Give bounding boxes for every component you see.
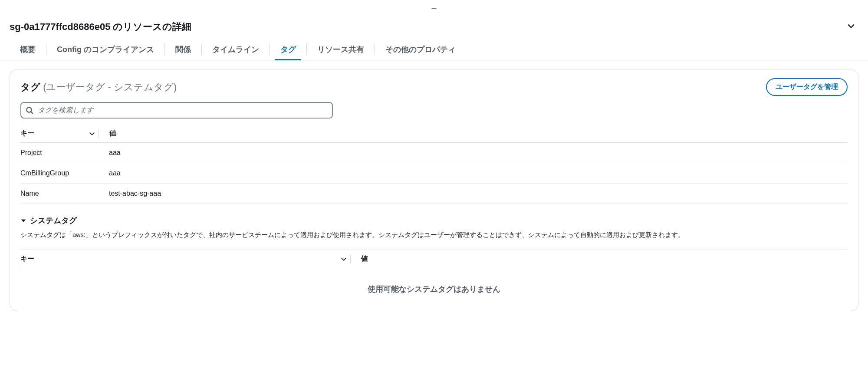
table-row: CmBillingGroup aaa xyxy=(20,163,848,184)
tab-tags[interactable]: タグ xyxy=(270,39,306,60)
column-header-value[interactable]: 値 xyxy=(109,129,848,138)
column-separator xyxy=(350,255,351,264)
tab-timeline[interactable]: タイムライン xyxy=(202,39,270,60)
column-header-value[interactable]: 値 xyxy=(361,254,848,264)
column-header-key[interactable]: キー xyxy=(20,254,350,264)
page-header: sg-0a1777ffcd8686e05 のリソースの詳細 xyxy=(0,11,868,39)
system-tags-empty-message: 使用可能なシステムタグはありません xyxy=(20,268,848,299)
panel-title-subtitle: (ユーザータグ - システムタグ) xyxy=(43,82,177,92)
tag-value: aaa xyxy=(109,149,848,157)
tab-resource-sharing[interactable]: リソース共有 xyxy=(307,39,375,60)
sort-icon xyxy=(89,131,95,137)
svg-point-0 xyxy=(26,107,31,112)
column-header-value-label: 値 xyxy=(361,254,368,264)
tag-key: CmBillingGroup xyxy=(20,169,109,177)
tab-relationships[interactable]: 関係 xyxy=(165,39,201,60)
column-header-value-label: 値 xyxy=(109,129,116,138)
minimize-indicator: _ xyxy=(0,0,868,11)
tag-key: Project xyxy=(20,149,109,157)
system-tags-title: システムタグ xyxy=(30,215,77,226)
tag-key: Name xyxy=(20,190,109,198)
system-tags-table: キー 値 使用可能なシステムタグはありません xyxy=(20,250,848,299)
page-title: sg-0a1777ffcd8686e05 のリソースの詳細 xyxy=(10,20,192,33)
collapse-toggle[interactable] xyxy=(844,19,858,35)
tab-other-properties[interactable]: その他のプロパティ xyxy=(375,39,466,60)
tag-search-input[interactable] xyxy=(20,102,333,119)
panel-title: タグ (ユーザータグ - システムタグ) xyxy=(20,81,177,94)
column-separator xyxy=(99,129,99,138)
user-tags-table: キー 値 Project aaa CmBillingGroup aaa Name… xyxy=(20,125,848,204)
table-row: Project aaa xyxy=(20,143,848,163)
manage-user-tags-button[interactable]: ユーザータグを管理 xyxy=(766,78,848,96)
tags-panel: タグ (ユーザータグ - システムタグ) ユーザータグを管理 キー 値 P xyxy=(10,69,858,311)
panel-title-main: タグ xyxy=(20,82,40,92)
tag-value: aaa xyxy=(109,169,848,177)
tab-config-compliance[interactable]: Config のコンプライアンス xyxy=(46,39,164,60)
tag-value: test-abac-sg-aaa xyxy=(109,190,848,198)
caret-down-icon xyxy=(20,217,26,224)
sort-icon xyxy=(341,256,347,262)
column-header-key-label: キー xyxy=(20,129,34,138)
tab-overview[interactable]: 概要 xyxy=(10,39,46,60)
tabs: 概要 Config のコンプライアンス 関係 タイムライン タグ リソース共有 … xyxy=(0,39,868,60)
column-header-key-label: キー xyxy=(20,254,34,264)
system-tags-description: システムタグは「aws:」というプレフィックスが付いたタグで、社内のサービスチー… xyxy=(20,230,848,240)
system-tags-toggle[interactable]: システムタグ xyxy=(20,215,848,226)
search-icon xyxy=(26,106,33,114)
column-header-key[interactable]: キー xyxy=(20,129,99,138)
table-row: Name test-abac-sg-aaa xyxy=(20,184,848,204)
chevron-down-icon xyxy=(847,22,855,30)
